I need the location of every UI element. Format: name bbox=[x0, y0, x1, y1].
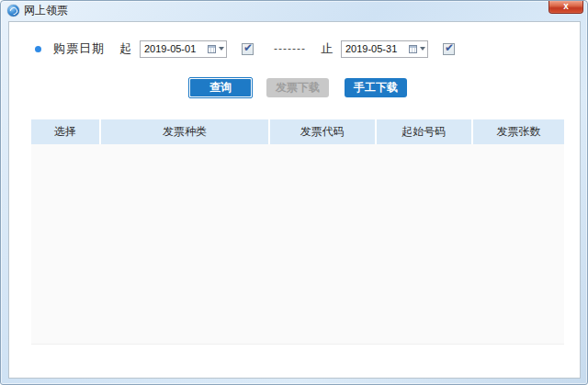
from-date-value: 2019-05-01 bbox=[144, 43, 206, 54]
query-button-label: 查询 bbox=[190, 79, 251, 96]
column-header-select[interactable]: 选择 bbox=[31, 119, 101, 144]
to-date-checkbox[interactable]: ✔ bbox=[443, 43, 455, 55]
calendar-icon bbox=[409, 45, 417, 53]
range-separator: ------- bbox=[274, 42, 306, 55]
purchase-date-label: 购票日期 bbox=[53, 40, 105, 57]
from-date-checkbox[interactable]: ✔ bbox=[242, 43, 254, 55]
to-label: 止 bbox=[321, 40, 333, 57]
action-buttons-row: 查询 发票下载 手工下载 bbox=[9, 77, 580, 99]
column-header-invoice-code[interactable]: 发票代码 bbox=[270, 119, 377, 144]
from-date-calendar-button[interactable] bbox=[206, 41, 226, 57]
column-header-invoice-count[interactable]: 发票张数 bbox=[473, 119, 564, 144]
chevron-down-icon bbox=[420, 47, 425, 51]
column-header-invoice-type[interactable]: 发票种类 bbox=[101, 119, 270, 144]
invoice-table-body bbox=[31, 144, 564, 345]
app-window: 网上领票 x 购票日期 起 2019-05-01 ✔ ------- 止 201… bbox=[0, 0, 588, 385]
close-button[interactable]: x bbox=[548, 1, 583, 14]
from-label: 起 bbox=[119, 40, 131, 57]
manual-download-button[interactable]: 手工下载 bbox=[345, 78, 407, 97]
checkmark-icon: ✔ bbox=[445, 41, 454, 54]
app-icon bbox=[7, 5, 19, 17]
to-date-calendar-button[interactable] bbox=[407, 41, 427, 57]
column-header-start-number[interactable]: 起始号码 bbox=[377, 119, 473, 144]
calendar-icon bbox=[208, 45, 216, 53]
to-date-value: 2019-05-31 bbox=[345, 43, 407, 54]
from-date-input[interactable]: 2019-05-01 bbox=[140, 40, 227, 58]
query-button[interactable]: 查询 bbox=[188, 77, 253, 98]
invoice-download-button[interactable]: 发票下载 bbox=[266, 78, 329, 97]
checkmark-icon: ✔ bbox=[243, 41, 253, 54]
chevron-down-icon bbox=[219, 47, 224, 51]
content-panel: 购票日期 起 2019-05-01 ✔ ------- 止 2019-05-31 bbox=[8, 21, 581, 379]
title-bar[interactable]: 网上领票 bbox=[1, 1, 587, 20]
to-date-input[interactable]: 2019-05-31 bbox=[341, 40, 428, 58]
window-title: 网上领票 bbox=[24, 3, 68, 18]
invoice-table-header: 选择 发票种类 发票代码 起始号码 发票张数 bbox=[31, 119, 564, 144]
invoice-table: 选择 发票种类 发票代码 起始号码 发票张数 bbox=[31, 119, 564, 345]
bullet-icon bbox=[35, 46, 41, 52]
date-filter-row: 购票日期 起 2019-05-01 ✔ ------- 止 2019-05-31 bbox=[9, 39, 580, 59]
